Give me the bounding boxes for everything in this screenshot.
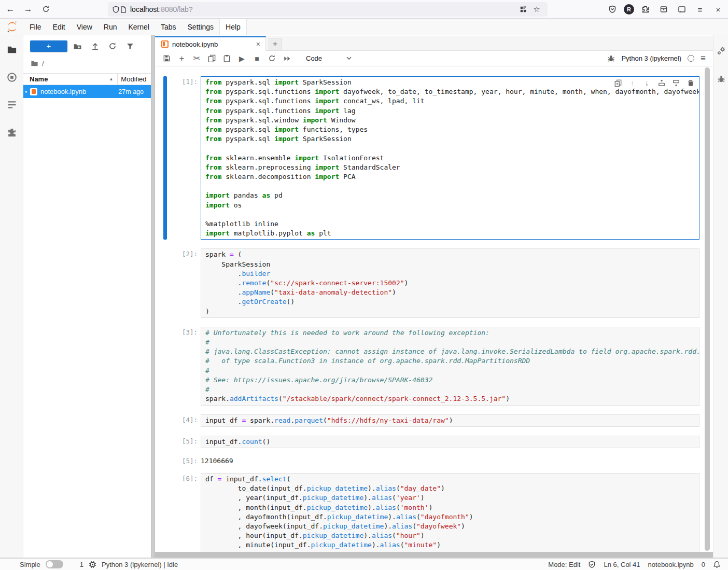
add-cell-icon[interactable]: + <box>174 52 189 65</box>
sidebar-splitter[interactable] <box>151 35 155 558</box>
extension-icon[interactable] <box>639 3 652 16</box>
notebook-horizontal-scrollbar[interactable] <box>155 552 713 558</box>
cell-collapser[interactable] <box>163 414 167 427</box>
refresh-icon[interactable] <box>105 40 120 52</box>
extension-manager-tab-icon[interactable] <box>0 122 23 143</box>
cursor-position[interactable]: Ln 6, Col 41 <box>604 561 640 568</box>
restart-run-all-icon[interactable] <box>279 52 295 65</box>
menu-tabs[interactable]: Tabs <box>155 19 182 35</box>
close-window-icon[interactable]: × <box>711 3 725 16</box>
code-token: ) <box>429 504 433 511</box>
notification-count[interactable]: 0 <box>702 561 705 568</box>
profile-avatar[interactable]: R <box>624 4 634 15</box>
save-icon[interactable] <box>159 52 174 65</box>
pocket-icon[interactable] <box>606 3 619 16</box>
filter-icon[interactable] <box>122 40 138 52</box>
kernel-status-icon[interactable] <box>688 55 694 62</box>
table-of-contents-tab-icon[interactable] <box>0 94 23 115</box>
menu-help[interactable]: Help <box>219 19 247 35</box>
cell-type-dropdown[interactable]: Code <box>306 54 352 62</box>
command-mode-indicator[interactable]: Mode: Edit <box>548 561 580 568</box>
code-token: , hour(input_df. <box>205 532 303 539</box>
new-launcher-button[interactable]: + <box>30 40 67 52</box>
delete-icon[interactable] <box>686 78 695 87</box>
reload-icon[interactable] <box>38 2 53 17</box>
duplicate-icon[interactable] <box>613 78 622 87</box>
cell-collapser[interactable] <box>163 76 167 240</box>
new-tab-button[interactable]: + <box>269 38 282 50</box>
bell-icon[interactable] <box>713 561 721 568</box>
cut-cell-icon[interactable]: ✂ <box>189 52 204 65</box>
code-token: appName <box>242 288 270 296</box>
tab-close-icon[interactable]: × <box>256 40 260 48</box>
terminal-kernel-count[interactable]: 1 <box>80 561 83 568</box>
simple-mode-toggle[interactable] <box>46 560 63 568</box>
tiles-icon[interactable] <box>516 3 530 16</box>
kernel-chip-icon[interactable] <box>89 561 96 568</box>
breadcrumb[interactable]: / <box>31 58 44 68</box>
kernel-name[interactable]: Python 3 (ipykernel) <box>621 54 681 62</box>
cell-editor[interactable]: df = input_df.select( to_date(input_df.p… <box>201 473 699 561</box>
bookmark-star-icon[interactable]: ☆ <box>530 3 543 16</box>
menu-run[interactable]: Run <box>98 19 123 35</box>
cell-collapser[interactable] <box>163 248 167 317</box>
property-inspector-gears-icon[interactable] <box>713 41 728 60</box>
url-bar[interactable]: localhost:8080/lab? ☆ <box>108 2 548 17</box>
menu-view[interactable]: View <box>71 19 98 35</box>
code-token: alias <box>396 513 416 521</box>
menu-file[interactable]: File <box>24 19 47 35</box>
notebook-menu-icon[interactable]: ≡ <box>701 53 706 64</box>
tab-notebook[interactable]: notebook.ipynb × <box>155 36 266 51</box>
cell-collapser[interactable] <box>163 436 167 448</box>
column-modified[interactable]: Modified <box>121 75 146 83</box>
cell-editor[interactable]: # Unfortunately this is needed to work a… <box>201 327 699 406</box>
code-token: StandardScaler <box>339 163 400 171</box>
back-icon[interactable]: ← <box>3 2 18 17</box>
debugger-sidebar-bug-icon[interactable] <box>713 69 728 88</box>
code-token: alias <box>376 484 396 492</box>
forward-icon[interactable]: → <box>21 2 35 17</box>
menu-kernel[interactable]: Kernel <box>122 19 155 35</box>
running-kernels-tab-icon[interactable] <box>0 67 23 88</box>
move-down-icon[interactable]: ↓ <box>642 78 651 87</box>
debugger-bug-icon[interactable] <box>607 54 615 62</box>
file-row-notebook[interactable]: ● notebook.ipynb 27m ago <box>23 85 151 98</box>
menu-edit[interactable]: Edit <box>47 19 71 35</box>
kernel-status-text[interactable]: Python 3 (ipykernel) | Idle <box>102 561 178 568</box>
cell-collapser[interactable] <box>163 473 167 561</box>
notebook-vertical-scrollbar[interactable] <box>705 67 710 551</box>
page-icon[interactable] <box>120 6 127 13</box>
app-menu-icon[interactable]: ≡ <box>693 3 707 16</box>
upload-icon[interactable] <box>87 40 103 52</box>
sort-ascending-icon[interactable]: ▲ <box>109 77 113 81</box>
cell-editor[interactable]: input_df.count() <box>201 436 699 448</box>
new-folder-icon[interactable] <box>69 40 85 52</box>
menu-settings[interactable]: Settings <box>182 19 220 35</box>
cell-editor[interactable]: spark = ( SparkSession .builder .remote(… <box>201 248 699 317</box>
move-up-icon[interactable]: ↑ <box>628 78 637 87</box>
insert-below-icon[interactable] <box>671 78 680 87</box>
trust-shield-icon[interactable] <box>588 561 596 568</box>
insert-above-icon[interactable] <box>657 78 666 87</box>
shield-icon[interactable] <box>112 6 120 13</box>
cell-editor[interactable]: input_df = spark.read.parquet("hdfs://hd… <box>201 414 699 427</box>
restart-kernel-icon[interactable] <box>264 52 279 65</box>
run-cell-icon[interactable]: ▶ <box>234 52 249 65</box>
code-token: ( <box>278 395 283 402</box>
column-name[interactable]: Name <box>30 75 48 83</box>
breadcrumb-root[interactable]: / <box>42 60 44 67</box>
cell-collapser[interactable] <box>163 327 167 406</box>
code-token: sklearn.decomposition <box>221 173 315 180</box>
stop-kernel-icon[interactable]: ■ <box>249 52 264 65</box>
code-token: pickup_datetime <box>327 513 388 521</box>
archive-box-icon[interactable] <box>657 3 670 16</box>
paste-cell-icon[interactable] <box>219 52 234 65</box>
cell-collapser[interactable] <box>163 455 167 465</box>
code-token: ( <box>412 522 416 530</box>
copy-cell-icon[interactable] <box>204 52 219 65</box>
file-browser-tab-icon[interactable] <box>0 39 23 60</box>
cell-editor[interactable]: from pyspark.sql import SparkSessionfrom… <box>201 76 699 240</box>
file-modified: 27m ago <box>118 88 144 95</box>
sidebar-toggle-icon[interactable] <box>675 3 689 16</box>
statusbar-filename[interactable]: notebook.ipynb <box>648 561 694 568</box>
